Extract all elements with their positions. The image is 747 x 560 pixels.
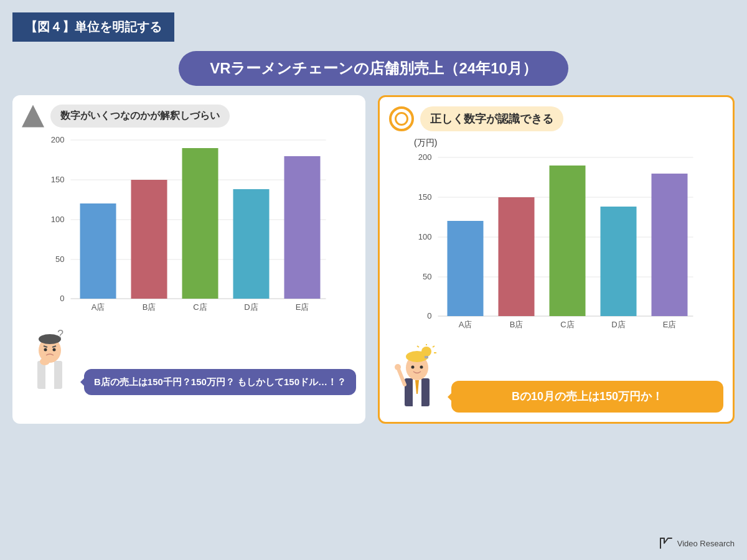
left-panel-label-wrap: 数字がいくつなのかが解釈しづらい [22,105,356,128]
left-speech-bubble: B店の売上は150千円？150万円？ もしかして150ドル…！？ [84,369,356,396]
svg-text:150: 150 [418,192,432,202]
svg-text:A店: A店 [92,302,105,312]
right-speech-bubble: Bの10月の売上は150万円か！ [451,381,723,413]
svg-text:100: 100 [51,215,65,224]
svg-text:C店: C店 [560,320,574,329]
left-chart-svg: 200 150 100 50 0 A店 B店 C店 D店 [22,134,356,320]
panels-container: 数字がいくつなのかが解釈しづらい 200 150 100 50 0 [0,95,747,424]
svg-text:200: 200 [418,152,432,162]
right-panel: 正しく数字が認識できる (万円) 200 150 100 50 0 A店 [378,95,735,424]
bar-c-right [550,166,586,316]
main-title: VRラーメンチェーンの店舗別売上（24年10月） [179,51,568,86]
svg-text:D店: D店 [611,320,625,329]
svg-text:E店: E店 [663,320,677,329]
svg-text:E店: E店 [296,302,309,312]
svg-point-21 [53,348,56,352]
bar-b-left [131,180,167,299]
svg-text:50: 50 [423,272,431,281]
right-bottom-area: Bの10月の売上は150万円か！ [389,344,723,413]
svg-text:150: 150 [51,175,65,184]
svg-line-49 [398,369,405,385]
svg-text:0: 0 [60,294,64,303]
left-character: ? [22,327,78,395]
triangle-icon [22,105,44,128]
main-title-wrap: VRラーメンチェーンの店舗別売上（24年10月） [12,51,735,86]
svg-text:50: 50 [55,254,64,264]
right-panel-label: 正しく数字が認識できる [420,106,563,131]
left-panel-label: 数字がいくつなのかが解釈しづらい [50,105,230,128]
bar-e-right [652,174,688,316]
right-panel-label-wrap: 正しく数字が認識できる [389,106,723,131]
right-character [389,344,445,413]
svg-text:0: 0 [427,311,431,320]
svg-line-54 [433,346,435,347]
footer: Video Research [659,536,735,551]
svg-point-24 [40,358,50,365]
brand-label: Video Research [677,539,735,548]
right-chart-svg: 200 150 100 50 0 A店 B店 C店 D店 E店 [389,151,723,338]
svg-point-47 [411,366,415,369]
left-char-svg: ? [22,327,78,395]
left-panel: 数字がいくつなのかが解釈しづらい 200 150 100 50 0 [12,95,365,424]
bar-a-left [80,203,116,299]
left-chart-area: 200 150 100 50 0 A店 B店 C店 D店 [22,134,356,320]
svg-text:B店: B店 [510,320,524,329]
header-banner: 【図４】単位を明記する [12,12,174,42]
svg-point-51 [421,347,431,357]
bar-d-left [233,189,270,299]
svg-text:D店: D店 [244,302,258,312]
svg-text:C店: C店 [193,302,207,312]
svg-rect-16 [45,361,54,389]
svg-text:A店: A店 [459,320,472,329]
vr-logo-icon [659,536,674,551]
bar-e-left [284,156,321,299]
right-chart-area: 200 150 100 50 0 A店 B店 C店 D店 E店 [389,151,723,338]
bar-d-right [601,207,637,316]
svg-text:100: 100 [418,232,432,241]
svg-text:?: ? [57,328,63,340]
svg-line-56 [417,346,419,347]
svg-text:B店: B店 [143,302,156,312]
bar-b-right [499,197,535,316]
circle-icon [389,106,414,131]
svg-point-48 [420,366,423,369]
bar-a-right [448,221,484,316]
svg-point-50 [395,364,401,370]
unit-label: (万円) [414,138,723,149]
svg-rect-52 [425,356,428,358]
svg-text:200: 200 [51,135,65,144]
svg-point-20 [44,348,47,352]
right-char-svg [389,344,445,413]
bar-c-left [182,148,218,299]
left-bottom-area: ? B店の売上は150千円？150万円？ もしかして150ドル…！？ [22,327,356,395]
